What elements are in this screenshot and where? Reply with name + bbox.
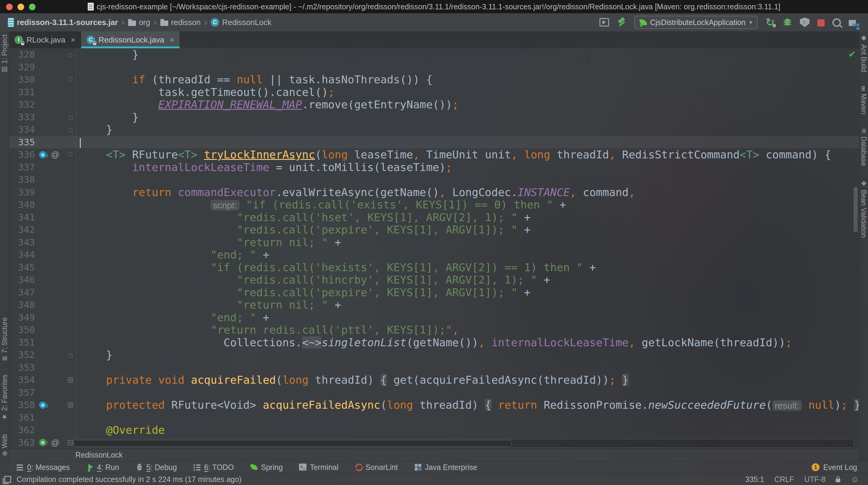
code-line-358[interactable]: 358o↓⊞ protected RFuture<Void> acquireFa… [9, 399, 859, 411]
fold-marker-down[interactable]: ⌂ [68, 148, 73, 161]
code-line-332[interactable]: 332 EXPIRATION_RENEWAL_MAP.remove(getEnt… [9, 98, 859, 111]
inspections-profile-icon[interactable]: ☺ [850, 475, 859, 484]
implements-gutter-icon[interactable]: o↑ [39, 436, 49, 449]
sidebar-item-structure[interactable]: ≣ 7: Structure [1, 317, 9, 361]
breadcrumb-item-jar[interactable]: redisson-3.11.1-sources.jar [8, 18, 118, 27]
code-line-349[interactable]: 349 "end; " + [9, 311, 859, 324]
jar-icon [8, 18, 14, 27]
code-line-348[interactable]: 348 "return nil; " + [9, 298, 859, 311]
sidebar-item-database[interactable]: ≋ Database [860, 128, 868, 166]
fold-marker-plus[interactable]: ⊞ [67, 399, 74, 411]
line-number: 335 [9, 136, 38, 149]
code-line-329[interactable]: 329 [9, 61, 859, 74]
tab-rlock-java[interactable]: I RLock.java × [9, 31, 81, 48]
sidebar-item-bean-validation[interactable]: ❖ Bean Validation [860, 180, 868, 238]
search-everywhere-icon[interactable] [832, 19, 841, 27]
code-line-331[interactable]: 331 task.getTimeout().cancel(); [9, 86, 859, 98]
breadcrumb-item-redisson[interactable]: redisson [160, 18, 201, 27]
line-separator[interactable]: CRLF [774, 475, 794, 484]
code-line-350[interactable]: 350 "return redis.call('pttl', KEYS[1]);… [9, 324, 859, 336]
maximize-window-button[interactable] [29, 4, 36, 10]
code-line-346[interactable]: 346 "redis.call('hincrby', KEYS[1], ARGV… [9, 274, 859, 286]
code-line-333[interactable]: 333⌂ } [9, 111, 859, 124]
annotation-gutter-icon[interactable]: @ [51, 148, 59, 161]
breadcrumb-item-class[interactable]: C RedissonLock [211, 18, 271, 27]
horizontal-scrollbar-track[interactable] [73, 439, 854, 448]
code-line-341[interactable]: 341 "redis.call('hset', KEYS[1], ARGV[2]… [9, 211, 859, 224]
toolwindow-run[interactable]: 4: Run [86, 463, 119, 472]
left-tool-stripe: ▤ 1: Project ≣ 7: Structure ★ 2: Favorit… [0, 31, 9, 473]
tab-redissonlock-java[interactable]: C RedissonLock.java × [81, 31, 180, 48]
run-with-coverage-button[interactable] [800, 18, 809, 27]
breadcrumb-class[interactable]: RedissonLock [75, 451, 123, 459]
close-window-button[interactable] [6, 4, 13, 10]
code-line-338[interactable]: 338 [9, 173, 859, 186]
code-line-328[interactable]: 328⌂ } [9, 48, 859, 61]
line-number: 343 [9, 236, 38, 249]
code-line-347[interactable]: 347 "redis.call('pexpire', KEYS[1], ARGV… [9, 286, 859, 299]
vertical-scrollbar[interactable] [854, 187, 858, 232]
toolwindow-sonarlint[interactable]: SonarLint [354, 463, 398, 472]
close-icon[interactable]: × [170, 35, 174, 45]
sidebar-item-web[interactable]: ⊕ Web [1, 434, 9, 456]
code-line-354[interactable]: 354⊞ private void acquireFailed(long thr… [9, 374, 859, 387]
file-encoding[interactable]: UTF-8 [804, 475, 826, 484]
fold-marker-down[interactable]: ⌂ [68, 73, 73, 86]
override-gutter-icon[interactable]: o↓ [39, 399, 49, 411]
toolwindow-debug[interactable]: 5: Debug [135, 463, 177, 472]
toolwindow-messages[interactable]: 0: Messages [16, 463, 70, 472]
toolwindow-todo[interactable]: 6: TODO [193, 463, 234, 472]
debug-button[interactable] [782, 18, 792, 27]
code-line-340[interactable]: 340 script: "if (redis.call('exists', KE… [9, 198, 859, 211]
horizontal-scrollbar-thumb[interactable] [74, 440, 512, 447]
toolwindow-label: 0: Messages [27, 463, 70, 472]
run-icon [86, 463, 95, 472]
code-line-362[interactable]: 362 @Override [9, 424, 859, 436]
run-button[interactable]: ↻ [766, 18, 775, 27]
sidebar-item-favorites[interactable]: ★ 2: Favorites [1, 375, 9, 421]
toolwindow-spring[interactable]: Spring [250, 463, 283, 472]
inspections-ok-icon[interactable]: ✔ [848, 49, 856, 59]
caret-position[interactable]: 335:1 [745, 475, 764, 484]
toolwindow-terminal[interactable]: Terminal [299, 463, 338, 472]
event-log-button[interactable]: 1 Event Log [812, 463, 857, 472]
close-icon[interactable]: × [71, 35, 75, 45]
run-configuration-select[interactable]: CjsDistributeLockApplication ▾ [634, 16, 758, 29]
fold-marker-up[interactable]: ⌂ [68, 111, 73, 124]
line-number: 345 [9, 261, 38, 274]
code-line-345[interactable]: 345 "if (redis.call('hexists', KEYS[1], … [9, 261, 859, 274]
run-anything-icon[interactable] [599, 18, 609, 27]
code-line-339[interactable]: 339 return commandExecutor.evalWriteAsyn… [9, 186, 859, 199]
read-only-lock-icon[interactable] [836, 479, 840, 482]
toggle-toolwindows-icon[interactable] [4, 476, 11, 483]
fold-marker-plus[interactable]: ⊞ [67, 374, 74, 387]
code-line-343[interactable]: 343 "return nil; " + [9, 236, 859, 249]
sidebar-item-ant-build[interactable]: ✱ Ant Build [860, 34, 868, 72]
fold-marker-up[interactable]: ⌂ [68, 349, 73, 361]
sidebar-item-maven[interactable]: m Maven [860, 86, 868, 114]
sidebar-item-project[interactable]: ▤ 1: Project [1, 34, 9, 74]
stop-button[interactable] [817, 19, 825, 27]
toolwindow-java-enterprise[interactable]: Java Enterprise [413, 463, 477, 472]
override-gutter-icon[interactable]: o↓ [39, 148, 49, 161]
code-line-335[interactable]: 335 [9, 136, 859, 149]
code-line-352[interactable]: 352⌂ } [9, 349, 859, 361]
code-editor[interactable]: 328⌂ }329330⌂ if (threadId == null || ta… [9, 48, 859, 449]
code-line-361[interactable]: 361 [9, 411, 859, 424]
code-line-351[interactable]: 351 Collections.<~>singletonList(getName… [9, 336, 859, 349]
breadcrumb-item-org[interactable]: org [128, 18, 150, 27]
fold-marker-up[interactable]: ⌂ [68, 123, 73, 136]
code-line-336[interactable]: 336o↓@⌂ <T> RFuture<T> tryLockInnerAsync… [9, 148, 859, 161]
fold-marker-up[interactable]: ⌂ [68, 48, 73, 61]
code-line-357[interactable]: 357 [9, 387, 859, 399]
code-line-337[interactable]: 337 internalLockLeaseTime = unit.toMilli… [9, 161, 859, 174]
code-line-353[interactable]: 353 [9, 361, 859, 374]
code-line-334[interactable]: 334⌂ } [9, 123, 859, 136]
project-structure-icon[interactable] [849, 20, 856, 26]
build-project-icon[interactable] [617, 18, 627, 27]
minimize-window-button[interactable] [18, 4, 24, 10]
annotation-gutter-icon[interactable]: @ [51, 436, 59, 449]
code-line-342[interactable]: 342 "redis.call('pexpire', KEYS[1], ARGV… [9, 224, 859, 236]
code-line-344[interactable]: 344 "end; " + [9, 249, 859, 261]
code-line-330[interactable]: 330⌂ if (threadId == null || task.hasNoT… [9, 73, 859, 86]
